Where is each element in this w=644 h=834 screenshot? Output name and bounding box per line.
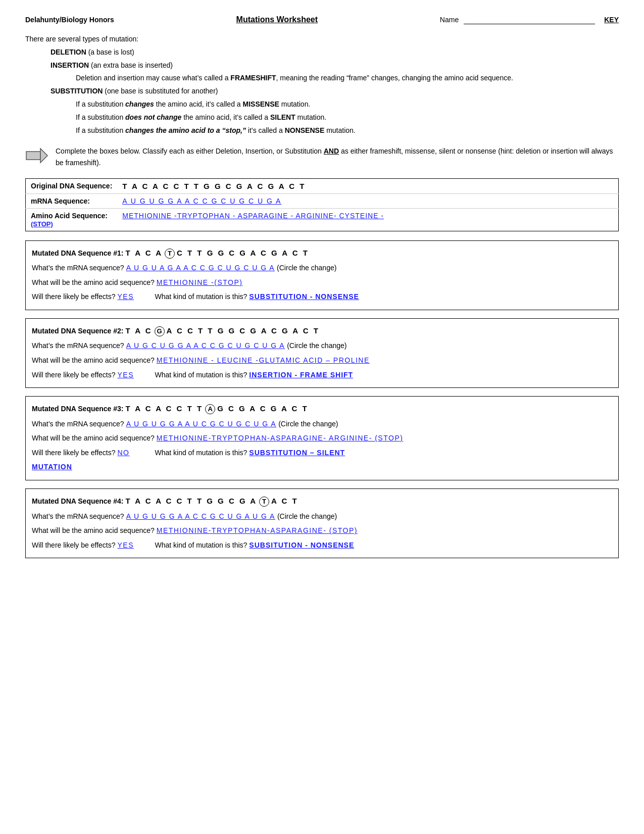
mutation-3-circle: A bbox=[205, 404, 215, 414]
mutation-3-effects-value: NO bbox=[117, 446, 153, 460]
mutation-3-seq-line: Mutated DNA Sequence #3: T A C A C C T T… bbox=[32, 402, 612, 416]
sub3-line: If a substitution changes the amino acid… bbox=[25, 125, 619, 137]
intro-line1: There are several types of mutation: bbox=[25, 33, 619, 45]
mutation-box-2: Mutated DNA Sequence #2: T A C G A C C T… bbox=[25, 318, 619, 388]
mutation-1-effects-value: YES bbox=[117, 290, 153, 304]
mutation-3-mrna-line: What’s the mRNA sequence? A U G U G G A … bbox=[32, 417, 612, 431]
mutation-3-effects-label: Will there likely be effects? bbox=[32, 446, 115, 460]
mutation-1-mrna-line: What’s the mRNA sequence? A U G U A G A … bbox=[32, 261, 612, 275]
mutation-3-kind2-line: MUTATION bbox=[32, 460, 612, 474]
mutation-3-seq-label: Mutated DNA Sequence #3: bbox=[32, 402, 124, 416]
mutation-2-seq-line: Mutated DNA Sequence #2: T A C G A C C T… bbox=[32, 324, 612, 338]
amino-value: METHIONINE -TRYPTOPHAN - ASPARAGINE - AR… bbox=[117, 208, 618, 231]
mutation-1-mrna-label: What’s the mRNA sequence? bbox=[32, 261, 124, 275]
mutation-2-mrna-note: (Circle the change) bbox=[287, 339, 346, 353]
mutation-2-mrna-value: A U G C U G G A A C C G C U G C U G A bbox=[126, 339, 285, 353]
mutation-3-seq-post: G C G A C G A C T bbox=[217, 402, 308, 416]
amino-label: Amino Acid Sequence: (STOP) bbox=[26, 208, 118, 231]
mutation-1-mrna-note: (Circle the change) bbox=[277, 261, 336, 275]
mutation-4-effects-line: Will there likely be effects? YES What k… bbox=[32, 538, 612, 552]
mutation-2-amino-value: METHIONINE - LEUCINE -GLUTAMIC ACID – PR… bbox=[157, 354, 370, 367]
name-key-area: Name KEY bbox=[440, 16, 619, 24]
mutation-2-kind-label: What kind of mutation is this? bbox=[155, 368, 247, 382]
original-sequence-table: Original DNA Sequence: T A C A C C T T G… bbox=[25, 178, 619, 231]
mutation-3-amino-line: What will be the amino acid sequence? ME… bbox=[32, 431, 612, 445]
worksheet-title: Mutations Worksheet bbox=[124, 15, 430, 24]
mutation-3-seq-pre: T A C A C C T T bbox=[126, 402, 204, 416]
mutation-2-seq-post: A C C T T G G C G A C G A C T bbox=[167, 324, 320, 338]
mutation-1-effects-line: Will there likely be effects? YES What k… bbox=[32, 290, 612, 304]
mutation-3-kind-value: SUBSTITUTION – SILENT bbox=[249, 446, 345, 460]
mutation-2-seq-pre: T A C bbox=[126, 324, 153, 338]
instruction-area: Complete the boxes below. Classify each … bbox=[25, 145, 619, 169]
mutation-4-circle: T bbox=[259, 497, 269, 507]
mutation-1-seq-post: C T T G G C G A C G A C T bbox=[177, 246, 309, 261]
mutation-4-amino-value: METHIONINE-TRYPTOPHAN-ASPARAGINE- (STOP) bbox=[157, 524, 358, 537]
school-class-label: Delahunty/Biology Honors bbox=[25, 16, 114, 24]
mutation-box-4: Mutated DNA Sequence #4: T A C A C C T T… bbox=[25, 488, 619, 558]
page-header: Delahunty/Biology Honors Mutations Works… bbox=[25, 15, 619, 24]
mutation-4-effects-value: YES bbox=[117, 538, 153, 552]
mutation-3-amino-value: METHIONINE-TRYPTOPHAN-ASPARAGINE- ARGINI… bbox=[157, 431, 404, 445]
mutation-1-seq-pre: T A C A bbox=[126, 246, 163, 261]
mutation-3-mrna-note: (Circle the change) bbox=[278, 417, 338, 431]
mutation-4-seq-pre: T A C A C C T T G G C G A bbox=[126, 494, 258, 509]
mrna-row: mRNA Sequence: A U G U G G A A C C G C U… bbox=[26, 193, 619, 208]
mutation-1-seq-line: Mutated DNA Sequence #1: T A C A T C T T… bbox=[32, 246, 612, 261]
mutation-1-circle: T bbox=[165, 249, 175, 259]
mutation-4-amino-label: What will be the amino acid sequence? bbox=[32, 524, 155, 537]
mrna-label: mRNA Sequence: bbox=[26, 193, 118, 208]
frameshift-line: Deletion and insertion may cause what’s … bbox=[25, 72, 619, 84]
mutation-4-kind-label: What kind of mutation is this? bbox=[155, 538, 247, 552]
mutation-1-kind-label: What kind of mutation is this? bbox=[155, 290, 247, 304]
svg-marker-1 bbox=[40, 149, 47, 163]
mutation-4-kind-value: SUBSITUTION - NONSENSE bbox=[249, 538, 354, 552]
amino-row: Amino Acid Sequence: (STOP) METHIONINE -… bbox=[26, 208, 619, 231]
name-label: Name bbox=[440, 16, 459, 24]
mutation-1-effects-label: Will there likely be effects? bbox=[32, 290, 115, 304]
mutation-4-seq-post: A C T bbox=[271, 494, 299, 509]
mutation-3-amino-label: What will be the amino acid sequence? bbox=[32, 431, 155, 445]
deletion-line: DELETION (a base is lost) bbox=[25, 46, 619, 59]
mutation-4-seq-line: Mutated DNA Sequence #4: T A C A C C T T… bbox=[32, 494, 612, 509]
mutation-2-mrna-label: What’s the mRNA sequence? bbox=[32, 339, 124, 353]
mutation-2-mrna-line: What’s the mRNA sequence? A U G C U G G … bbox=[32, 339, 612, 353]
mutation-4-seq-label: Mutated DNA Sequence #4: bbox=[32, 495, 124, 508]
mutation-2-seq-label: Mutated DNA Sequence #2: bbox=[32, 324, 124, 338]
intro-section: There are several types of mutation: DEL… bbox=[25, 33, 619, 136]
mutation-2-effects-label: Will there likely be effects? bbox=[32, 368, 115, 382]
mutation-1-amino-label: What will be the amino acid sequence? bbox=[32, 276, 155, 289]
key-label: KEY bbox=[604, 16, 619, 24]
mutation-4-amino-line: What will be the amino acid sequence? ME… bbox=[32, 524, 612, 537]
mutation-4-mrna-line: What’s the mRNA sequence? A U G U G G A … bbox=[32, 510, 612, 523]
mutation-box-3: Mutated DNA Sequence #3: T A C A C C T T… bbox=[25, 396, 619, 480]
mutation-1-amino-value: METHIONINE -(STOP) bbox=[157, 276, 243, 289]
mutation-3-mrna-value: A U G U G G A A U C G C U G C U G A bbox=[126, 417, 277, 431]
mutation-2-effects-line: Will there likely be effects? YES What k… bbox=[32, 368, 612, 382]
name-line bbox=[464, 16, 595, 24]
mutation-box-1: Mutated DNA Sequence #1: T A C A T C T T… bbox=[25, 240, 619, 310]
mutation-1-seq-label: Mutated DNA Sequence #1: bbox=[32, 247, 124, 260]
mutation-2-amino-label: What will be the amino acid sequence? bbox=[32, 354, 155, 367]
mrna-value: A U G U G G A A C C G C U G C U G A bbox=[117, 193, 618, 208]
mutation-1-mrna-value: A U G U A G A A C C G C U G C U G A bbox=[126, 261, 275, 275]
mutation-4-mrna-value: A U G U G G A A C C G C U G A U G A bbox=[126, 510, 275, 523]
mutation-4-mrna-note: (Circle the change) bbox=[277, 510, 337, 523]
insertion-line: INSERTION (an extra base is inserted) bbox=[25, 60, 619, 72]
mutation-2-amino-line: What will be the amino acid sequence? ME… bbox=[32, 354, 612, 367]
sub1-line: If a substitution changes the amino acid… bbox=[25, 99, 619, 111]
mutation-3-kind-label: What kind of mutation is this? bbox=[155, 446, 247, 460]
mutation-2-effects-value: YES bbox=[117, 368, 153, 382]
mutation-4-effects-label: Will there likely be effects? bbox=[32, 538, 115, 552]
mutation-1-amino-line: What will be the amino acid sequence? ME… bbox=[32, 276, 612, 289]
mutation-2-kind-value: INSERTION - FRAME SHIFT bbox=[249, 368, 353, 382]
mutation-4-mrna-label: What’s the mRNA sequence? bbox=[32, 510, 124, 523]
original-dna-value: T A C A C C T T G G C G A C G A C T bbox=[117, 178, 618, 193]
mutation-boxes-container: Mutated DNA Sequence #1: T A C A T C T T… bbox=[25, 240, 619, 559]
original-dna-row: Original DNA Sequence: T A C A C C T T G… bbox=[26, 178, 619, 193]
original-dna-label: Original DNA Sequence: bbox=[26, 178, 118, 193]
mutation-3-effects-line: Will there likely be effects? NO What ki… bbox=[32, 446, 612, 460]
mutation-3-kind2-value: MUTATION bbox=[32, 460, 72, 474]
arrow-icon bbox=[25, 146, 48, 166]
substitution-line: SUBSTITUTION (one base is substituted fo… bbox=[25, 85, 619, 97]
